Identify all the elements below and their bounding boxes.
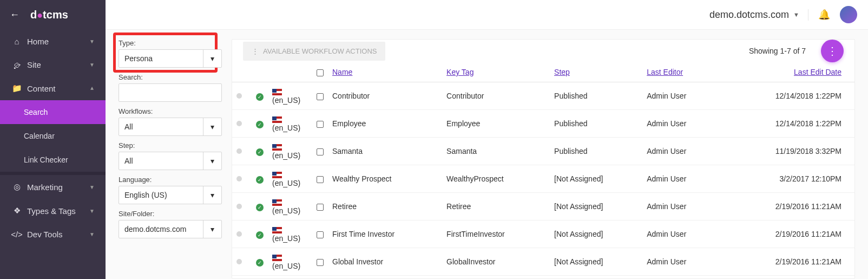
published-icon: ✓ <box>256 176 264 184</box>
workflows-select[interactable]: All ▾ <box>119 118 222 136</box>
site-selector[interactable]: demo.dotcms.com ▼ <box>709 9 808 21</box>
avatar[interactable] <box>840 6 857 23</box>
table-row[interactable]: ✓(en_US)ContributorContributorPublishedA… <box>232 82 854 110</box>
notification-bell-icon[interactable]: 🔔 <box>818 9 830 21</box>
chevron-down-icon: ▾ <box>203 220 221 238</box>
sidebar-item-label: Content <box>27 84 89 93</box>
col-last-editor[interactable]: Last Editor <box>647 68 683 76</box>
row-checkbox[interactable] <box>317 93 324 100</box>
us-flag-icon <box>272 255 282 261</box>
cell-key-tag: Samanta <box>442 138 550 165</box>
sidebar-item-devtools[interactable]: </> Dev Tools ▼ <box>0 223 106 246</box>
sidebar-item-home[interactable]: ⌂ Home ▼ <box>0 30 106 53</box>
chevron-down-icon: ▼ <box>89 208 95 214</box>
cell-step: [Not Assigned] <box>550 193 642 220</box>
chevron-down-icon: ▼ <box>89 231 95 237</box>
cell-step: Published <box>550 110 642 138</box>
row-checkbox[interactable] <box>317 259 324 266</box>
published-icon: ✓ <box>256 148 264 156</box>
back-arrow-icon[interactable]: ← <box>10 9 19 21</box>
table-row[interactable]: ✓(en_US)RetireeRetiree[Not Assigned]Admi… <box>232 193 854 220</box>
cell-editor: Admin User <box>642 165 720 193</box>
sitefolder-label: Site/Folder: <box>119 210 222 218</box>
row-checkbox[interactable] <box>317 148 324 155</box>
cell-editor: Admin User <box>642 193 720 220</box>
sidebar-item-label: Marketing <box>27 183 89 192</box>
col-key-tag[interactable]: Key Tag <box>446 68 474 76</box>
table-row[interactable]: ✓(en_US)Wealthy ProspectWealthyProspect[… <box>232 165 854 193</box>
site-icon: ⌮ <box>11 60 23 69</box>
status-dot-icon <box>236 93 242 99</box>
chevron-down-icon: ▼ <box>89 38 95 44</box>
cell-key-tag: Contributor <box>442 82 550 110</box>
workflows-label: Workflows: <box>119 107 222 115</box>
sitefolder-select[interactable]: demo.dotcms.com ▾ <box>119 220 222 238</box>
language-select[interactable]: English (US) ▾ <box>119 186 222 204</box>
cell-name: Global Investor <box>328 248 442 276</box>
select-all-checkbox[interactable] <box>317 69 324 76</box>
status-dot-icon <box>236 148 242 154</box>
sidebar-sub-linkchecker[interactable]: Link Checker <box>0 148 106 172</box>
status-dot-icon <box>236 259 242 264</box>
cell-editor: Admin User <box>642 110 720 138</box>
fab-more-button[interactable]: ⋮ <box>821 40 844 62</box>
cell-editor: Admin User <box>642 82 720 110</box>
published-icon: ✓ <box>256 259 264 267</box>
sidebar-item-label: Dev Tools <box>27 230 89 239</box>
table-footer: Showing 1 - 7 of 7 | Pages 1 <box>232 276 854 279</box>
sidebar-item-label: Home <box>27 37 89 46</box>
locale-label: (en_US) <box>272 96 300 105</box>
table-row[interactable]: ✓(en_US)Global InvestorGlobalInvestor[No… <box>232 248 854 276</box>
cell-key-tag: FirstTimeInvestor <box>442 220 550 248</box>
cell-date: 2/19/2016 11:21AM <box>720 193 854 220</box>
row-checkbox[interactable] <box>317 231 324 238</box>
table-row[interactable]: ✓(en_US)SamantaSamantaPublishedAdmin Use… <box>232 138 854 165</box>
cell-key-tag: WealthyProspect <box>442 165 550 193</box>
status-dot-icon <box>236 176 242 181</box>
chevron-down-icon: ▾ <box>203 152 221 170</box>
cell-name: Contributor <box>328 82 442 110</box>
cell-name: Employee <box>328 110 442 138</box>
row-checkbox[interactable] <box>317 176 324 183</box>
search-label: Search: <box>119 73 222 81</box>
col-name[interactable]: Name <box>332 68 352 76</box>
locale-label: (en_US) <box>272 124 300 132</box>
cell-key-tag: GlobalInvestor <box>442 248 550 276</box>
sidebar-sub-calendar[interactable]: Calendar <box>0 124 106 148</box>
cell-name: Retiree <box>328 193 442 220</box>
search-input[interactable] <box>119 83 222 102</box>
table-row[interactable]: ✓(en_US)EmployeeEmployeePublishedAdmin U… <box>232 110 854 138</box>
sidebar-item-marketing[interactable]: ◎ Marketing ▼ <box>0 175 106 199</box>
row-checkbox[interactable] <box>317 204 324 211</box>
sidebar-item-types-tags[interactable]: ❖ Types & Tags ▼ <box>0 199 106 223</box>
chevron-down-icon: ▾ <box>203 50 221 67</box>
workflow-actions-button[interactable]: ⋮ AVAILABLE WORKFLOW ACTIONS <box>243 42 385 61</box>
status-dot-icon <box>236 121 242 126</box>
header-bar: demo.dotcms.com ▼ 🔔 <box>106 0 868 30</box>
type-select[interactable]: Persona ▾ <box>119 49 222 68</box>
step-select[interactable]: All ▾ <box>119 152 222 170</box>
us-flag-icon <box>272 89 282 95</box>
cell-editor: Admin User <box>642 248 720 276</box>
folder-icon: 📁 <box>11 83 23 93</box>
published-icon: ✓ <box>256 204 264 211</box>
showing-text: Showing 1-7 of 7 <box>749 47 806 55</box>
type-value: Persona <box>124 54 153 63</box>
col-last-edit-date[interactable]: Last Edit Date <box>794 68 841 76</box>
us-flag-icon <box>272 172 282 178</box>
col-step[interactable]: Step <box>554 68 570 76</box>
filter-panel: Type: Persona ▾ Search: Workflows: All ▾… <box>119 39 222 279</box>
more-vert-icon: ⋮ <box>252 47 259 55</box>
sidebar-item-content[interactable]: 📁 Content ▼ <box>0 76 106 100</box>
workflows-value: All <box>124 122 133 131</box>
published-icon: ✓ <box>256 93 264 101</box>
sidebar-item-site[interactable]: ⌮ Site ▼ <box>0 53 106 76</box>
site-selector-label: demo.dotcms.com <box>709 9 789 21</box>
row-checkbox[interactable] <box>317 121 324 128</box>
type-label: Type: <box>119 39 222 47</box>
logo: d●tcms <box>30 9 68 21</box>
workflow-actions-label: AVAILABLE WORKFLOW ACTIONS <box>263 47 377 55</box>
cell-date: 11/19/2018 3:32PM <box>720 138 854 165</box>
table-row[interactable]: ✓(en_US)First Time InvestorFirstTimeInve… <box>232 220 854 248</box>
sidebar-sub-search[interactable]: Search <box>0 100 106 124</box>
